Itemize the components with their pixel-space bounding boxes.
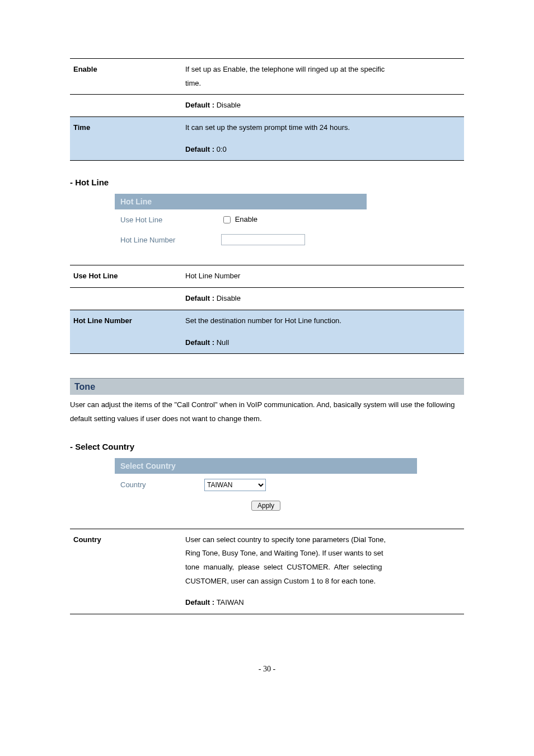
apply-row: Apply	[115, 496, 417, 514]
hot-line-number-label: Hot Line Number	[120, 236, 221, 244]
enable-desc: If set up as Enable, the telephone will …	[182, 59, 464, 95]
country-desc-table: Country User can select country to speci…	[70, 529, 464, 614]
tone-paragraph: User can adjust the items of the "Call C…	[70, 398, 464, 426]
time-default: Default : 0:0	[182, 139, 464, 161]
tone-section-heading: Tone	[70, 378, 464, 395]
hot-line-heading: - Hot Line	[70, 178, 464, 187]
enable-time-table: Enable If set up as Enable, the telephon…	[70, 58, 464, 161]
country-select[interactable]: TAIWAN	[204, 479, 266, 491]
time-label: Time	[70, 117, 182, 139]
use-hot-line-checkbox[interactable]	[223, 216, 231, 223]
use-hot-line-row-label: Use Hot Line	[70, 265, 182, 288]
enable-label: Enable	[70, 59, 182, 95]
hot-line-number-default: Default : Null	[182, 332, 464, 354]
page-number: - 30 -	[70, 665, 464, 674]
select-country-panel-header: Select Country	[115, 458, 417, 475]
use-hot-line-default: Default : Disable	[182, 288, 464, 310]
hot-line-number-row-label: Hot Line Number	[70, 310, 182, 332]
country-label: Country	[120, 480, 204, 489]
hot-line-panel: Hot Line Use Hot Line Enable Hot Line Nu…	[115, 194, 367, 250]
country-row-desc: User can select country to specify tone …	[182, 529, 464, 592]
use-hot-line-checkbox-wrap[interactable]: Enable	[221, 214, 257, 225]
use-hot-line-row: Use Hot Line Enable	[115, 211, 367, 230]
hot-line-panel-header: Hot Line	[115, 194, 367, 211]
country-row-label: Country	[70, 529, 182, 592]
hot-line-number-row-desc: Set the destination number for Hot Line …	[182, 310, 464, 332]
hot-line-desc-table: Use Hot Line Hot Line Number Default : D…	[70, 265, 464, 354]
country-default: Default : TAIWAN	[182, 592, 464, 614]
use-hot-line-checkbox-label: Enable	[235, 215, 257, 223]
country-row: Country TAIWAN	[115, 475, 417, 496]
hot-line-number-input[interactable]	[221, 234, 305, 245]
enable-default: Default : Disable	[182, 95, 464, 117]
hot-line-number-row: Hot Line Number	[115, 230, 367, 250]
apply-button[interactable]: Apply	[251, 501, 280, 511]
use-hot-line-label: Use Hot Line	[120, 216, 221, 224]
use-hot-line-row-desc: Hot Line Number	[182, 265, 464, 288]
time-desc: It can set up the system prompt time wit…	[182, 117, 464, 139]
select-country-panel: Select Country Country TAIWAN Apply	[115, 458, 417, 514]
select-country-heading: - Select Country	[70, 442, 464, 451]
